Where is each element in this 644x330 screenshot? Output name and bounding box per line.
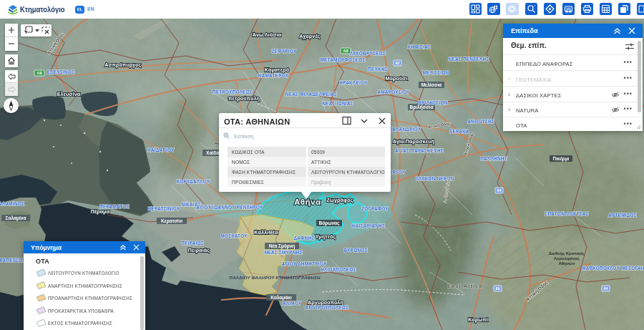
svg-text:ΝΕΑΣ ΙΩΝΙΑΣ: ΝΕΑΣ ΙΩΝΙΑΣ — [322, 101, 353, 106]
svg-text:Μελίσσια: Μελίσσια — [421, 82, 442, 87]
svg-text:Βύρωνας: Βύρωνας — [319, 220, 341, 226]
svg-text:ΠΕΙΡΑΙΩΣ: ΠΕΙΡΑΙΩΣ — [181, 241, 204, 246]
svg-text:Ασπρόπυργος: Ασπρόπυργος — [104, 62, 142, 68]
svg-text:89: 89 — [495, 286, 499, 291]
svg-text:ΑΓΙΟΥ ΙΩΑΝΝΟΥ ΡΕΝΤΗ: ΑΓΙΟΥ ΙΩΑΝΝΟΥ ΡΕΝΤΗ — [196, 205, 253, 210]
svg-text:ΑΝΑΡΤΗΣΗ ΚΤΗΜΑΤΟΓΡΑΦΗΣΗΣ: ΑΝΑΡΤΗΣΗ ΚΤΗΜΑΤΟΓΡΑΦΗΣΗΣ — [48, 283, 122, 288]
svg-text:ΑΜΑΡΟΥΣΙΟΥ: ΑΜΑΡΟΥΣΙΟΥ — [377, 89, 410, 94]
svg-text:ΜΕΛΙΣΣΙΩΝ: ΜΕΛΙΣΣΙΩΝ — [422, 70, 449, 75]
svg-text:Πειραιάς: Πειραιάς — [188, 248, 210, 253]
svg-text:Αθηνών: Αθηνών — [559, 261, 576, 266]
svg-text:ΚΕΡΑΤΣΙΝΙΟΥ: ΚΕΡΑΤΣΙΝΙΟΥ — [148, 206, 180, 211]
svg-text:Αχαρνές: Αχαρνές — [299, 34, 320, 39]
svg-text:ΕΚΤΟΣ ΚΤΗΜΑΤΟΓΡΑΦΗΣΗΣ: ΕΚΤΟΣ ΚΤΗΜΑΤΟΓΡΑΦΗΣΗΣ — [48, 321, 112, 326]
svg-text:ΑΝΘΟΥΣΗΣ: ΑΝΘΟΥΣΗΣ — [467, 119, 494, 124]
svg-text:Α8: Α8 — [343, 49, 348, 53]
svg-text:ΧΑΛΑΝΔΡΙΟΥ: ΧΑΛΑΝΔΡΙΟΥ — [389, 127, 421, 132]
svg-text:Αερολιμένας: Αερολιμένας — [554, 256, 580, 261]
svg-text:ΔΑΦΝΗΣ: ΔΑΦΝΗΣ — [293, 236, 314, 241]
svg-text:ΣΠΑΤΩΝ-ΛΟΥΤΣΑΣ: ΣΠΑΤΩΝ-ΛΟΥΤΣΑΣ — [545, 211, 588, 216]
svg-text:ΠΑΛΛΗΝΗΣ: ΠΑΛΛΗΝΗΣ — [480, 156, 507, 161]
svg-text:Καματερό: Καματερό — [265, 67, 289, 73]
svg-text:Βριλήσσια: Βριλήσσια — [410, 105, 434, 110]
svg-text:Κορωπί: Κορωπί — [468, 317, 488, 323]
svg-text:Καλαμάκι: Καλαμάκι — [270, 295, 292, 301]
svg-text:ΝΕΑΣ ΠΕΝΤΕΛΗΣ: ΝΕΑΣ ΠΕΝΤΕΛΗΣ — [449, 57, 489, 62]
svg-text:ΝΕΑΣ ΣΜΥΡΝΗΣ: ΝΕΑΣ ΣΜΥΡΝΗΣ — [264, 250, 302, 255]
svg-text:ΝΕΑΣ ΦΙΛΑΔΕΛΦΕΙΑΣ: ΝΕΑΣ ΦΙΛΑΔΕΛΦΕΙΑΣ — [286, 92, 337, 97]
svg-text:ΜΑΡΚΟΠΟΥΛΟΥ ΜΕΣΟΓΑΙΑΣ: ΜΑΡΚΟΠΟΥΛΟΥ ΜΕΣΟΓΑΙΑΣ — [582, 266, 644, 271]
svg-text:ΣΑΛΑΜΙΝΟΣ: ΣΑΛΑΜΙΝΟΣ — [0, 201, 24, 206]
svg-text:Άνω Λιόσια: Άνω Λιόσια — [253, 32, 282, 37]
svg-text:ΠΑΛΑΙΟΥ ΦΑΛΗΡΟΥ-ΚΤΗΜΑΤΟΓΡΑΦΗΣΗ: ΠΑΛΑΙΟΥ ΦΑΛΗΡΟΥ-ΚΤΗΜΑΤΟΓΡΑΦΗΣΗ — [229, 275, 321, 280]
svg-text:ΕΛΕΥΣΙΝΟΣ: ΕΛΕΥΣΙΝΟΣ — [47, 69, 75, 74]
svg-text:ΑΛΙΜΟΥ: ΑΛΙΜΟΥ — [283, 301, 302, 306]
svg-text:Υμηττός: Υμηττός — [316, 234, 336, 240]
svg-text:Αγία Παρασκευή: Αγία Παρασκευή — [393, 139, 434, 145]
svg-text:ΜΟΣΧΑΤΟΥ: ΜΟΣΧΑΤΟΥ — [220, 233, 248, 238]
svg-text:ΗΡΑΚΛΕΙΟΥ: ΗΡΑΚΛΕΙΟΥ — [339, 80, 368, 85]
svg-text:ΠΡΟΑΝΑΡΤΗΣΗ ΚΤΗΜΑΤΟΓΡΑΦΗΣΗΣ: ΠΡΟΑΝΑΡΤΗΣΗ ΚΤΗΜΑΤΟΓΡΑΦΗΣΗΣ — [48, 296, 132, 301]
svg-text:ΑΓΙΟΥ ΔΗΜΗΤΡΙΟΥ: ΑΓΙΟΥ ΔΗΜΗΤΡΙΟΥ — [282, 261, 327, 266]
svg-text:ΖΩΓΡΑΦΟΥ: ΖΩΓΡΑΦΟΥ — [361, 206, 389, 211]
svg-text:East Attica: East Attica — [447, 283, 483, 289]
svg-text:Σαλαμίνα: Σαλαμίνα — [6, 215, 26, 221]
svg-text:Πέραμα: Πέραμα — [91, 209, 110, 215]
svg-text:ΚαλλιΘέα: ΚαλλιΘέα — [254, 230, 278, 235]
svg-text:64: 64 — [497, 188, 502, 193]
svg-text:Ζωγράφος: Ζωγράφος — [326, 198, 353, 203]
svg-text:ΑΡΓΥΡΟΥΠΟΛΕΩΣ: ΑΡΓΥΡΟΥΠΟΛΕΩΣ — [306, 305, 349, 310]
svg-text:πετρούπολη: πετρούπολη — [228, 96, 260, 102]
svg-text:ΛΥΚΟΒΡΥΣΕΩΣ: ΛΥΚΟΒΡΥΣΕΩΣ — [350, 51, 386, 56]
svg-text:Κερατσίνι: Κερατσίνι — [161, 218, 182, 224]
svg-text:ΚΑΙΣΑΡΙΑΝΗΣ: ΚΑΙΣΑΡΙΑΝΗΣ — [352, 223, 385, 228]
svg-text:Μαρούσι: Μαρούσι — [386, 76, 408, 82]
svg-text:ΚΑΜΑΤΕΡΟΥ: ΚΑΜΑΤΕΡΟΥ — [258, 73, 289, 78]
svg-text:Ελευσίνα: Ελευσίνα — [57, 92, 81, 97]
svg-text:ΓΕΡΑΚΑ: ΓΕΡΑΚΑ — [449, 129, 469, 134]
svg-text:ΑΡΤΕΜΙΔΟΣ: ΑΡΤΕΜΙΔΟΣ — [608, 213, 637, 218]
svg-text:Διεθνής Κρατικός: Διεθνής Κρατικός — [549, 251, 585, 256]
svg-text:ΖΕΦΥΡΙΟΥ: ΖΕΦΥΡΙΟΥ — [272, 49, 297, 54]
svg-text:ΛΕΙΤΟΥΡΓΟΥΝ ΚΤΗΜΑΤΟΛΟΓΙΟ: ΛΕΙΤΟΥΡΓΟΥΝ ΚΤΗΜΑΤΟΛΟΓΙΟ — [48, 271, 119, 276]
svg-text:Α8: Α8 — [36, 71, 42, 75]
svg-text:Νέα Σμύρνη: Νέα Σμύρνη — [269, 243, 296, 249]
svg-text:ΜΕΤΑΜΟΡΦΩΣΕΩΣ: ΜΕΤΑΜΟΡΦΩΣΕΩΣ — [320, 57, 365, 62]
svg-text:ΚΟΡΥΔΑΛΛΟΥ: ΚΟΡΥΔΑΛΛΟΥ — [177, 179, 210, 184]
svg-text:ΠΕΥΚΗΣ: ΠΕΥΚΗΣ — [368, 67, 388, 72]
svg-text:ΠΕΤΡΟΥΠΟΛΕΩΣ: ΠΕΤΡΟΥΠΟΛΕΩΣ — [213, 89, 253, 94]
svg-text:ΠΕΡΑΜΑΤΟΣ: ΠΕΡΑΜΑΤΟΣ — [99, 204, 130, 209]
svg-text:ΒΡΙΛΗΣΣΙΩΝ: ΒΡΙΛΗΣΣΙΩΝ — [418, 100, 447, 105]
svg-text:ΒΥΡΩΝΟΣ: ΒΥΡΩΝΟΣ — [343, 248, 368, 253]
svg-text:ΧΑΪΔΑΡΙΟΥ: ΧΑΪΔΑΡΙΟΥ — [147, 147, 175, 152]
svg-text:Πικέρμι: Πικέρμι — [553, 156, 570, 162]
svg-text:ΗΛΙΟΥΠΟΛΕΩΣ: ΗΛΙΟΥΠΟΛΕΩΣ — [321, 267, 356, 272]
svg-text:62: 62 — [395, 61, 399, 65]
svg-text:ΑΓΙΑΣ ΠΑΡΑΣΚΕΥΗΣ: ΑΓΙΑΣ ΠΑΡΑΣΚΕΥΗΣ — [395, 148, 444, 153]
svg-text:ΚΗΦΙΣΙΑΣ: ΚΗΦΙΣΙΑΣ — [408, 44, 431, 49]
svg-text:64: 64 — [603, 286, 608, 291]
svg-text:ΠΡΟΚΑΤΑΡΚΤΙΚΑ ΥΠΟΒΑΘΡΑ: ΠΡΟΚΑΤΑΡΚΤΙΚΑ ΥΠΟΒΑΘΡΑ — [48, 309, 114, 314]
